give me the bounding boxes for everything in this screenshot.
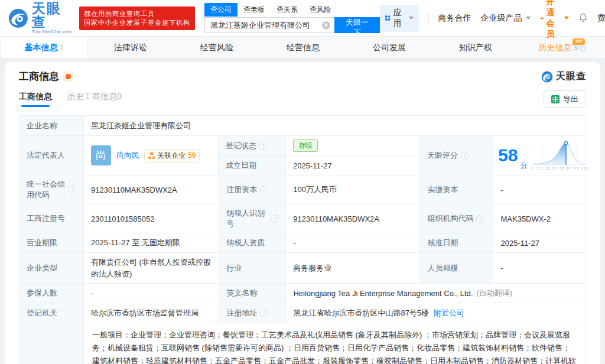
clear-search-icon[interactable]: ✕ bbox=[322, 21, 330, 30]
tab-legal-proceedings[interactable]: 法律诉讼 bbox=[87, 37, 174, 58]
banner-line2: 国家中小企业发展子基金旗下机构 bbox=[84, 18, 190, 27]
avatar[interactable]: 尚 bbox=[91, 145, 111, 165]
field-label-wrap: 登记状态 ? bbox=[219, 136, 285, 155]
tab-count: 7 bbox=[59, 44, 63, 51]
enterprise-menu[interactable]: 企业级产品 bbox=[480, 13, 531, 24]
field-label-wrap: 天眼评分 ? bbox=[419, 136, 493, 175]
field-label-wrap: 纳税人识别号 ? bbox=[219, 204, 285, 233]
search-tab-company[interactable]: 查公司 bbox=[204, 3, 238, 17]
tab-operation-info[interactable]: 经营信息 bbox=[260, 37, 346, 58]
field-label-wrap: 经营范围 ? bbox=[19, 323, 83, 364]
subtab-history-business-info[interactable]: 历史工商信息0 bbox=[67, 92, 122, 107]
related-companies-badge[interactable]: 关联企业 59 bbox=[144, 149, 200, 162]
tab-label: 历史信息 bbox=[538, 43, 571, 52]
search-input[interactable] bbox=[205, 18, 334, 32]
status-badge: 存续 bbox=[293, 139, 318, 152]
help-icon[interactable]: ? bbox=[476, 215, 484, 223]
help-icon[interactable]: ? bbox=[259, 142, 267, 150]
auto-translate-note: (自动翻译) bbox=[476, 288, 512, 298]
field-label: 营业期限 bbox=[19, 233, 83, 252]
score-distribution-chart: 0 1 3 11 50 88 97 99 100 bbox=[532, 140, 599, 171]
org-code-value: MAK35DWX-2 bbox=[493, 204, 586, 233]
field-label: 注册资本 bbox=[226, 184, 257, 195]
search-tab-boss[interactable]: 查老板 bbox=[238, 3, 271, 17]
field-label: 工商注册号 bbox=[19, 204, 83, 233]
legal-rep-link[interactable]: 尚向民 bbox=[116, 150, 139, 161]
tab-history-info[interactable]: 历史信息VIP3? bbox=[519, 37, 605, 58]
search-tab-relation[interactable]: 查关系 bbox=[271, 3, 304, 17]
field-label: 注册地址 bbox=[226, 308, 257, 318]
status-date-block: 登记状态 ? 存续 成立日期 2025-11-27 bbox=[218, 136, 419, 175]
watermark-logo: 天眼查 bbox=[541, 70, 586, 83]
vip-badge: VIP bbox=[573, 38, 585, 45]
table-row: 经营范围 ? 一般项目：企业管理；企业管理咨询；餐饮管理；工艺美术品及礼仪用品销… bbox=[19, 323, 586, 364]
tab-intellectual-property[interactable]: 知识产权 bbox=[432, 37, 519, 58]
notifications-button[interactable] bbox=[578, 13, 588, 23]
apps-grid-icon bbox=[385, 14, 391, 22]
username-label: 费米 bbox=[597, 13, 605, 22]
logo-title: 天眼查 bbox=[32, 2, 73, 29]
subtab-business-info[interactable]: 工商信息 bbox=[19, 92, 52, 107]
field-label: 参保人数 bbox=[19, 284, 83, 303]
chevron-down-icon bbox=[409, 17, 414, 20]
help-icon[interactable]: ? bbox=[260, 186, 268, 194]
help-icon[interactable]: ? bbox=[271, 215, 278, 223]
help-icon[interactable]: ? bbox=[69, 186, 76, 194]
field-label: 法定代表人 bbox=[19, 136, 83, 175]
paid-capital-value: - bbox=[493, 176, 586, 204]
search-tabs: 查公司 查老板 查关系 查风险 bbox=[204, 3, 380, 17]
vip-upgrade-menu[interactable]: 开通会员 bbox=[540, 0, 568, 40]
english-name-value: Heilongjiang Tea Ji Enterprise Managemen… bbox=[293, 289, 473, 298]
staff-size-value: - bbox=[493, 253, 586, 283]
cooperation-menu[interactable]: 商务合作 bbox=[438, 13, 471, 24]
company-name-value: 黑龙江茶姬企业管理有限公司 bbox=[83, 116, 586, 135]
business-scope-cell: 一般项目：企业管理；企业管理咨询；餐饮管理；工艺美术品及礼仪用品销售 (象牙及其… bbox=[83, 323, 586, 364]
tab-operation-risk[interactable]: 经营风险 bbox=[174, 37, 260, 58]
credit-code-value: 91230110MAK35DWX2A bbox=[83, 176, 219, 204]
section-title: 工商信息 bbox=[19, 70, 59, 83]
business-info-table: 企业名称 黑龙江茶姬企业管理有限公司 法定代表人 尚 尚向民 关联企业 59 登… bbox=[19, 115, 586, 364]
export-button[interactable]: 导出 bbox=[544, 90, 586, 108]
insured-count-value: - bbox=[83, 284, 219, 303]
search-area: 查公司 查老板 查关系 查风险 ✕ 天眼一下 bbox=[204, 3, 380, 33]
tianyancha-eye-icon bbox=[8, 8, 28, 29]
table-row: 统一社会信用代码 ? 91230110MAK35DWX2A 注册资本 ? 100… bbox=[19, 176, 586, 204]
table-row: 工商注册号 230110101585052 纳税人识别号 ? 91230110M… bbox=[19, 204, 586, 233]
field-label: 核准日期 bbox=[419, 233, 493, 252]
legal-rep-cell: 尚 尚向民 关联企业 59 bbox=[83, 136, 218, 175]
tianyancha-logo[interactable]: 天眼查 TianYanCha.com bbox=[8, 2, 73, 34]
tab-basic-info[interactable]: 基本信息7 bbox=[0, 37, 87, 58]
field-label: 行业 bbox=[219, 253, 285, 283]
taxpayer-qualification-value: - bbox=[285, 233, 419, 252]
registered-address-value: 黑龙江省哈尔滨市香坊区中山路87号5楼 bbox=[293, 308, 429, 318]
field-label-wrap: 注册资本 ? bbox=[219, 176, 285, 204]
top-header: 天眼查 TianYanCha.com 都在用的商业查询工具 国家中小企业发展子基… bbox=[0, 0, 605, 37]
field-label: 登记机关 bbox=[19, 303, 83, 323]
help-icon[interactable]: ? bbox=[461, 152, 469, 160]
user-account-menu[interactable]: 费米 bbox=[597, 13, 605, 24]
search-button[interactable]: 天眼一下 bbox=[334, 17, 380, 33]
promo-banner: 都在用的商业查询工具 国家中小企业发展子基金旗下机构 bbox=[79, 6, 195, 30]
field-label: 成立日期 bbox=[219, 156, 285, 175]
approval-date-value: 2025-11-27 bbox=[493, 233, 586, 252]
table-row: 法定代表人 尚 尚向民 关联企业 59 登记状态 ? 存续 bbox=[19, 136, 586, 176]
search-tab-risk[interactable]: 查风险 bbox=[304, 3, 337, 17]
company-type-value: 有限责任公司 (非自然人投资或控股的法人独资) bbox=[83, 253, 219, 283]
vip-label: 开通会员 bbox=[547, 0, 560, 40]
field-label: 实缴资本 bbox=[419, 176, 493, 204]
tab-company-development[interactable]: 公司发展 bbox=[346, 37, 432, 58]
establish-date-value: 2025-11-27 bbox=[285, 156, 419, 175]
apps-menu[interactable]: 应用 bbox=[380, 5, 419, 32]
company-nav-tabs: 基本信息7 法律诉讼 经营风险 经营信息 公司发展 知识产权 历史信息VIP3? bbox=[0, 37, 605, 58]
help-icon[interactable]: ? bbox=[578, 44, 586, 51]
help-icon[interactable]: ? bbox=[260, 309, 268, 317]
table-row: 营业期限 2025-11-27 至 无固定期限 纳税人资质 - 核准日期 202… bbox=[19, 233, 586, 253]
apps-label: 应用 bbox=[393, 8, 404, 29]
notice-icon[interactable] bbox=[63, 72, 73, 82]
english-name-cell: Heilongjiang Tea Ji Enterprise Managemen… bbox=[285, 284, 586, 303]
field-label: 纳税人资质 bbox=[219, 233, 285, 252]
field-label: 人员规模 bbox=[419, 253, 493, 283]
business-term-value: 2025-11-27 至 无固定期限 bbox=[83, 233, 219, 252]
nearby-companies-link[interactable]: 附近公司 bbox=[434, 308, 464, 318]
tianyan-score-cell[interactable]: 58 分 bbox=[493, 136, 586, 175]
